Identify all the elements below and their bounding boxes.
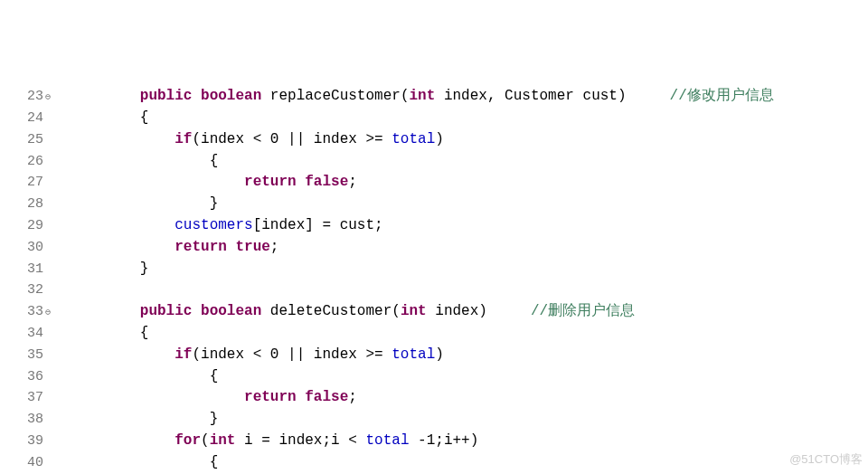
code-editor: 23⊖ public boolean replaceCustomer(int i…: [0, 86, 868, 474]
line-number: 33: [0, 301, 45, 323]
token-plain: ): [435, 131, 444, 147]
code-content: return false;: [63, 387, 868, 409]
line-number: 39: [0, 431, 45, 452]
code-content: return true;: [63, 237, 868, 259]
code-content: {: [63, 108, 868, 129]
code-line: 24 {: [0, 108, 868, 129]
code-line: 29 customers[index] = cust;: [0, 215, 868, 237]
code-content: }: [63, 409, 868, 431]
code-line: 31 }: [0, 259, 868, 280]
line-number: 27: [0, 172, 45, 194]
token-field: customers: [175, 217, 252, 233]
code-line: 26 {: [0, 151, 868, 173]
token-plain: }: [140, 261, 149, 277]
line-number: 30: [0, 237, 45, 259]
code-line: 34 {: [0, 323, 868, 345]
line-number: 36: [0, 366, 45, 388]
token-plain: }: [210, 411, 219, 427]
token-plain: {: [140, 325, 149, 341]
token-field: total: [365, 432, 409, 449]
token-plain: {: [210, 153, 219, 169]
token-kw: boolean: [201, 88, 261, 104]
token-kw: int: [401, 303, 427, 319]
line-number: 24: [0, 108, 45, 129]
code-content: {: [63, 366, 868, 388]
line-number: 25: [0, 129, 45, 151]
line-number: 31: [0, 259, 45, 280]
line-number: 29: [0, 215, 45, 237]
token-plain: deleteCustomer(: [261, 303, 401, 319]
token-plain: [192, 303, 201, 319]
code-line: 36 {: [0, 366, 868, 388]
fold-marker[interactable]: ⊖: [45, 302, 63, 324]
token-plain: ;: [348, 174, 357, 190]
code-content: public boolean replaceCustomer(int index…: [63, 86, 868, 108]
token-plain: (index < 0 || index >=: [192, 131, 392, 147]
code-content: if(index < 0 || index >= total): [63, 345, 868, 366]
watermark: @51CTO博客: [789, 449, 863, 470]
token-plain: [297, 174, 306, 190]
code-line: 38 }: [0, 409, 868, 431]
token-kw: if: [175, 131, 192, 147]
token-cmt: //删除用户信息: [531, 303, 635, 319]
line-number: 34: [0, 323, 45, 345]
line-number: 35: [0, 345, 45, 366]
token-plain: [297, 389, 306, 405]
token-kw: int: [210, 432, 236, 449]
token-kw: boolean: [201, 303, 261, 319]
token-kw: for: [175, 432, 201, 449]
token-plain: (index < 0 || index >=: [192, 346, 392, 363]
token-kw: return: [244, 174, 297, 190]
code-line: 32: [0, 280, 868, 301]
code-line: 23⊖ public boolean replaceCustomer(int i…: [0, 86, 868, 108]
token-plain: {: [210, 368, 219, 384]
token-kw: return: [244, 389, 297, 405]
code-content: {: [63, 323, 868, 345]
token-field: total: [392, 346, 435, 363]
code-content: public boolean deleteCustomer(int index)…: [63, 301, 868, 323]
code-content: {: [63, 151, 868, 173]
code-line: 39 for(int i = index;i < total -1;i++): [0, 431, 868, 452]
code-content: }: [63, 194, 868, 215]
line-number: 40: [0, 452, 45, 474]
token-plain: (: [201, 432, 210, 449]
token-plain: i = index;i <: [235, 432, 365, 449]
code-line: 35 if(index < 0 || index >= total): [0, 345, 868, 366]
code-line: 40 {: [0, 452, 868, 474]
token-plain: -1;i++): [410, 432, 479, 449]
code-line: 28 }: [0, 194, 868, 215]
token-plain: ;: [348, 389, 357, 405]
code-content: [63, 280, 868, 301]
code-line: 27 return false;: [0, 172, 868, 194]
token-plain: ;: [270, 239, 279, 255]
code-content: {: [63, 452, 868, 474]
code-content: }: [63, 259, 868, 280]
token-cmt: //修改用户信息: [670, 88, 774, 104]
code-line: 37 return false;: [0, 387, 868, 409]
line-number: 37: [0, 387, 45, 409]
token-plain: index, Customer cust): [435, 88, 669, 104]
code-content: for(int i = index;i < total -1;i++): [63, 431, 868, 452]
line-number: 38: [0, 409, 45, 431]
line-number: 23: [0, 86, 45, 108]
token-lit: true: [235, 239, 269, 255]
line-number: 32: [0, 280, 45, 301]
code-content: return false;: [63, 172, 868, 194]
line-number: 26: [0, 151, 45, 173]
code-line: 33⊖ public boolean deleteCustomer(int in…: [0, 301, 868, 323]
token-lit: false: [305, 174, 348, 190]
code-line: 30 return true;: [0, 237, 868, 259]
token-plain: [192, 88, 201, 104]
token-kw: public: [140, 303, 193, 319]
code-content: if(index < 0 || index >= total): [63, 129, 868, 151]
token-plain: [227, 239, 236, 255]
token-plain: {: [210, 454, 219, 470]
token-plain: index): [427, 303, 531, 319]
token-plain: [index] = cust;: [253, 217, 383, 233]
line-number: 28: [0, 194, 45, 215]
token-plain: }: [210, 195, 219, 212]
token-lit: false: [305, 389, 348, 405]
token-kw: if: [175, 346, 192, 363]
token-kw: public: [140, 88, 193, 104]
fold-marker[interactable]: ⊖: [45, 87, 63, 109]
